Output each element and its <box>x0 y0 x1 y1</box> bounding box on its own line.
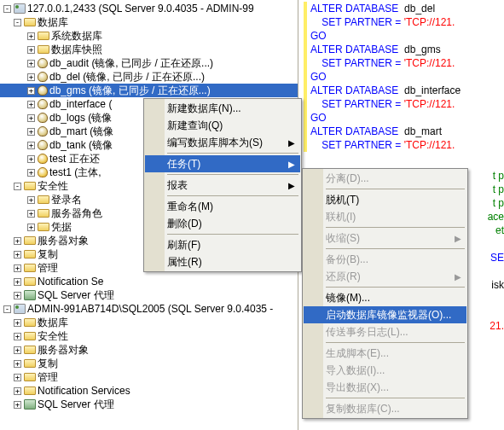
folder-icon <box>38 209 49 218</box>
expand-icon[interactable]: + <box>14 387 21 395</box>
agent-icon <box>24 290 36 300</box>
management-folder-2[interactable]: +管理 <box>0 370 298 384</box>
menu-mirror-monitor[interactable]: 启动数据库镜像监视器(O)... <box>304 306 466 323</box>
expand-icon[interactable]: + <box>14 264 21 272</box>
menu-separator <box>326 287 465 288</box>
menu-backup: 备份(B)... <box>304 251 466 268</box>
expand-icon[interactable]: + <box>27 32 35 40</box>
db-node-del[interactable]: +db_del (镜像, 已同步 / 正在还原...) <box>0 70 298 84</box>
expand-icon[interactable]: + <box>14 346 21 354</box>
notification-folder-2[interactable]: +Notification Services <box>0 384 298 398</box>
expand-icon[interactable]: + <box>27 224 35 231</box>
folder-icon <box>24 359 36 368</box>
menu-mirror[interactable]: 镜像(M)... <box>304 289 466 306</box>
agent-icon <box>24 399 36 410</box>
expand-icon[interactable]: + <box>27 46 35 54</box>
expand-icon[interactable]: + <box>27 128 35 136</box>
server-node-2[interactable]: -ADMIN-991AB714D\SQL2005 (SQL Server 9.0… <box>0 302 298 316</box>
expand-icon[interactable]: + <box>14 374 21 381</box>
database-icon <box>38 113 48 123</box>
folder-icon <box>38 223 49 231</box>
menu-separator <box>326 342 465 343</box>
folder-icon <box>38 32 49 40</box>
menu-tasks[interactable]: 任务(T)▶ <box>145 155 300 172</box>
system-db-folder[interactable]: +系统数据库 <box>0 29 298 43</box>
databases-folder[interactable]: -数据库 <box>0 15 298 29</box>
replication-folder-2[interactable]: +复制 <box>0 357 298 370</box>
chevron-right-icon: ▶ <box>455 272 461 282</box>
database-icon <box>38 85 48 96</box>
expand-icon[interactable]: + <box>27 114 35 122</box>
menu-ship-log: 传送事务日志(L)... <box>304 323 466 340</box>
menu-detach: 分离(D)... <box>304 170 466 187</box>
menu-separator <box>326 248 465 249</box>
expand-icon[interactable]: + <box>27 101 35 108</box>
database-icon <box>38 140 48 150</box>
agent-node-2[interactable]: +SQL Server 代理 <box>0 398 298 411</box>
folder-icon <box>24 264 36 272</box>
db-node-gms[interactable]: +db_gms (镜像, 已同步 / 正在还原...) <box>0 84 298 97</box>
collapse-icon[interactable]: - <box>3 305 11 313</box>
expand-icon[interactable]: + <box>14 401 21 409</box>
expand-icon[interactable]: + <box>14 333 21 340</box>
expand-icon[interactable]: + <box>27 60 35 67</box>
expand-icon[interactable]: + <box>27 155 35 163</box>
folder-icon <box>38 45 49 54</box>
server-node-1[interactable]: -127.0.0.1,2433 (SQL Server 9.0.4035 - A… <box>0 2 298 15</box>
menu-refresh[interactable]: 刷新(F) <box>145 236 300 253</box>
collapse-icon[interactable]: - <box>14 183 21 190</box>
menu-properties[interactable]: 属性(R) <box>145 253 300 270</box>
chevron-right-icon: ▶ <box>288 160 295 169</box>
menu-new-query[interactable]: 新建查询(Q) <box>145 117 300 134</box>
agent-node[interactable]: +SQL Server 代理 <box>0 288 298 302</box>
expand-icon[interactable]: + <box>14 237 21 245</box>
folder-icon <box>24 18 36 26</box>
menu-reports[interactable]: 报表▶ <box>145 177 300 194</box>
menu-separator <box>167 174 298 175</box>
collapse-icon[interactable]: - <box>14 19 21 26</box>
chevron-right-icon: ▶ <box>288 138 295 148</box>
server-objects-folder-2[interactable]: +服务器对象 <box>0 343 298 357</box>
menu-separator <box>326 398 465 398</box>
expand-icon[interactable]: + <box>14 360 21 368</box>
database-icon <box>38 99 48 109</box>
security-folder-2[interactable]: +安全性 <box>0 329 298 343</box>
db-node-audit[interactable]: +db_audit (镜像, 已同步 / 正在还原...) <box>0 56 298 70</box>
database-icon <box>38 72 48 82</box>
menu-delete[interactable]: 删除(D) <box>145 215 300 232</box>
expand-icon[interactable]: + <box>14 278 21 286</box>
tasks-submenu: 分离(D)... 脱机(T) 联机(I) 收缩(S)▶ 备份(B)... 还原(… <box>302 168 468 419</box>
menu-new-database[interactable]: 新建数据库(N)... <box>145 100 300 117</box>
folder-icon <box>24 250 36 259</box>
expand-icon[interactable]: + <box>27 196 35 204</box>
folder-icon <box>24 386 36 395</box>
menu-shrink: 收缩(S)▶ <box>304 230 466 247</box>
collapse-icon[interactable]: - <box>3 5 11 13</box>
notification-folder[interactable]: +Notification Se <box>0 275 298 288</box>
server-icon <box>14 304 26 314</box>
menu-rename[interactable]: 重命名(M) <box>145 198 300 215</box>
db-snapshot-folder[interactable]: +数据库快照 <box>0 43 298 56</box>
expand-icon[interactable]: + <box>27 169 35 177</box>
menu-separator <box>326 227 465 228</box>
menu-export-data: 导出数据(X)... <box>304 379 466 396</box>
chevron-right-icon: ▶ <box>455 234 461 243</box>
databases-folder-2[interactable]: +数据库 <box>0 316 298 329</box>
expand-icon[interactable]: + <box>27 210 35 218</box>
menu-online: 联机(I) <box>304 208 466 225</box>
expand-icon[interactable]: + <box>14 292 21 299</box>
menu-import-data: 导入数据(I)... <box>304 362 466 379</box>
folder-icon <box>24 318 36 327</box>
menu-offline[interactable]: 脱机(T) <box>304 191 466 208</box>
database-icon <box>38 58 48 68</box>
chevron-right-icon: ▶ <box>288 181 295 190</box>
menu-script-database[interactable]: 编写数据库脚本为(S)▶ <box>145 134 300 151</box>
expand-icon[interactable]: + <box>27 73 35 81</box>
expand-icon[interactable]: + <box>27 142 35 149</box>
expand-icon[interactable]: + <box>14 319 21 327</box>
expand-icon[interactable]: + <box>27 87 35 95</box>
menu-separator <box>326 189 465 189</box>
menu-separator <box>167 153 298 154</box>
expand-icon[interactable]: + <box>14 251 21 259</box>
folder-icon <box>38 195 49 204</box>
